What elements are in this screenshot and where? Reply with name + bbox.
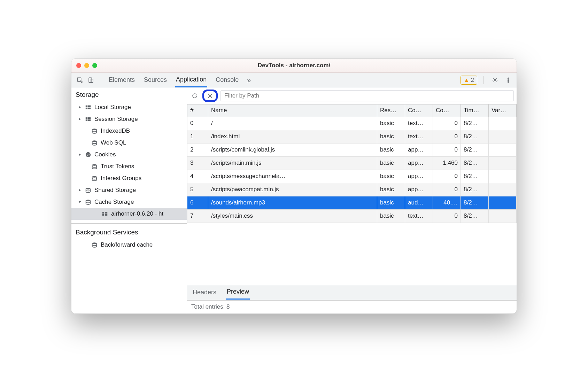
chevron-right-icon[interactable] — [78, 105, 82, 109]
svg-point-15 — [92, 129, 97, 130]
cell-var — [489, 143, 517, 156]
cell-len: 40,… — [433, 196, 461, 209]
cell-name: /scripts/comlink.global.js — [208, 143, 377, 156]
cell-res: basic — [377, 196, 405, 209]
sidebar-item-label: Back/forward cache — [101, 241, 153, 248]
tab-elements[interactable]: Elements — [108, 73, 136, 87]
cell-idx: 6 — [187, 196, 208, 209]
svg-point-23 — [86, 188, 91, 189]
filter-by-path-input[interactable] — [220, 90, 514, 101]
db-icon — [85, 199, 92, 206]
detail-tab-headers[interactable]: Headers — [192, 286, 217, 299]
column-header[interactable]: Name — [208, 104, 377, 117]
column-header[interactable]: Tim… — [461, 104, 489, 117]
cell-tim: 8/2… — [461, 209, 489, 223]
cell-len: 0 — [433, 143, 461, 156]
cell-len: 0 — [433, 183, 461, 196]
cell-res: basic — [377, 156, 405, 170]
warnings-indicator[interactable]: ▲ 2 — [461, 76, 477, 85]
status-bar: Total entries: 8 — [187, 300, 517, 313]
chevron-spacer — [84, 176, 88, 180]
cell-tim: 8/2… — [461, 143, 489, 156]
sidebar-item-session-storage[interactable]: Session Storage — [71, 113, 187, 125]
column-header[interactable]: Co… — [433, 104, 461, 117]
sidebar-item-label: Cookies — [94, 151, 116, 158]
titlebar: DevTools - airhorner.com/ — [71, 59, 517, 73]
cell-len: 1,460 — [433, 156, 461, 170]
cell-var — [489, 170, 517, 183]
inspect-element-icon[interactable] — [75, 75, 85, 85]
sidebar-item-web-sql[interactable]: Web SQL — [71, 137, 187, 149]
table-row[interactable]: 2/scripts/comlink.global.jsbasicapp…08/2… — [187, 143, 517, 156]
db-icon — [85, 187, 92, 194]
cell-tim: 8/2… — [461, 130, 489, 143]
svg-point-20 — [87, 155, 88, 156]
column-header[interactable]: # — [187, 104, 208, 117]
column-header[interactable]: Co… — [405, 104, 433, 117]
tab-sources[interactable]: Sources — [143, 73, 168, 87]
clear-icon[interactable] — [206, 92, 214, 100]
cell-res: basic — [377, 170, 405, 183]
sidebar-item-back-forward-cache[interactable]: Back/forward cache — [71, 239, 187, 251]
cell-len: 0 — [433, 130, 461, 143]
cell-len: 0 — [433, 117, 461, 130]
cell-ct: aud… — [405, 196, 433, 209]
table-row[interactable]: 7/styles/main.cssbasictext…08/2… — [187, 209, 517, 223]
settings-icon[interactable] — [490, 75, 500, 85]
cell-name: /scripts/messagechannela… — [208, 170, 377, 183]
svg-point-6 — [508, 82, 509, 83]
sidebar-item-shared-storage[interactable]: Shared Storage — [71, 184, 187, 196]
cache-toolbar — [187, 88, 517, 104]
device-toggle-icon[interactable] — [86, 75, 96, 85]
cell-ct: app… — [405, 143, 433, 156]
refresh-icon[interactable] — [190, 91, 200, 101]
chevron-right-icon[interactable] — [78, 188, 82, 192]
table-row[interactable]: 0/basictext…08/2… — [187, 117, 517, 130]
sidebar-item-label: airhorner-0.6.20 - ht — [111, 210, 163, 217]
main-panel: #NameRes…Co…Co…Tim…Var… 0/basictext…08/2… — [187, 88, 517, 313]
sidebar-item-trust-tokens[interactable]: Trust Tokens — [71, 161, 187, 172]
svg-rect-7 — [86, 105, 87, 107]
sidebar-item-label: Trust Tokens — [101, 163, 134, 170]
sidebar-item-indexeddb[interactable]: IndexedDB — [71, 125, 187, 137]
svg-point-4 — [508, 78, 509, 79]
sidebar-item-interest-groups[interactable]: Interest Groups — [71, 172, 187, 184]
db-icon — [91, 127, 98, 134]
tab-application[interactable]: Application — [175, 73, 207, 87]
sidebar-item-airhorner-0-6-20-ht[interactable]: airhorner-0.6.20 - ht — [71, 208, 187, 220]
sidebar-item-label: Interest Groups — [101, 175, 141, 182]
cell-tim: 8/2… — [461, 196, 489, 209]
chevron-right-icon[interactable] — [78, 117, 82, 121]
tab-console[interactable]: Console — [215, 73, 239, 87]
column-header[interactable]: Res… — [377, 104, 405, 117]
table-row[interactable]: 3/scripts/main.min.jsbasicapp…1,4608/2… — [187, 156, 517, 170]
sidebar-item-cache-storage[interactable]: Cache Storage — [71, 196, 187, 208]
kebab-menu-icon[interactable] — [503, 75, 513, 85]
svg-point-22 — [92, 176, 97, 178]
table-row[interactable]: 4/scripts/messagechannela…basicapp…08/2… — [187, 170, 517, 183]
column-header[interactable]: Var… — [489, 104, 517, 117]
chevron-right-icon[interactable] — [78, 153, 82, 157]
cell-ct: text… — [405, 130, 433, 143]
cache-table[interactable]: #NameRes…Co…Co…Tim…Var… 0/basictext…08/2… — [187, 104, 517, 285]
chevron-down-icon[interactable] — [78, 200, 82, 204]
detail-tab-preview[interactable]: Preview — [226, 285, 250, 300]
cell-tim: 8/2… — [461, 170, 489, 183]
divider — [101, 76, 101, 84]
svg-rect-1 — [89, 78, 92, 83]
svg-rect-26 — [105, 212, 107, 214]
grid-icon — [101, 210, 108, 217]
table-row[interactable]: 5/scripts/pwacompat.min.jsbasicapp…08/2… — [187, 183, 517, 196]
section-storage-title: Storage — [71, 88, 187, 100]
cell-idx: 7 — [187, 209, 208, 223]
cell-idx: 3 — [187, 156, 208, 170]
table-row[interactable]: 6/sounds/airhorn.mp3basicaud…40,…8/2… — [187, 196, 517, 209]
table-row[interactable]: 1/index.htmlbasictext…08/2… — [187, 130, 517, 143]
sidebar-item-local-storage[interactable]: Local Storage — [71, 101, 187, 113]
cell-var — [489, 156, 517, 170]
tabs-overflow-icon[interactable]: » — [247, 76, 251, 84]
cell-var — [489, 117, 517, 130]
cell-ct: text… — [405, 117, 433, 130]
sidebar-item-cookies[interactable]: Cookies — [71, 149, 187, 161]
cell-name: /index.html — [208, 130, 377, 143]
